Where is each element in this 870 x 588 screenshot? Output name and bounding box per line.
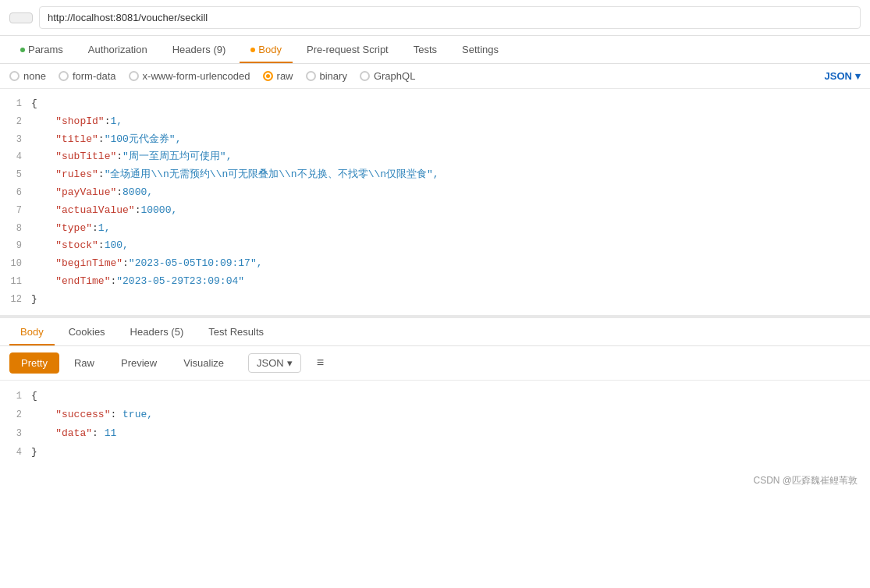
line-content: } bbox=[31, 292, 870, 308]
req-line-12: 12} bbox=[0, 291, 870, 309]
body-type-form-data[interactable]: form-data bbox=[59, 70, 116, 82]
line-number: 3 bbox=[0, 425, 31, 441]
req-line-11: 11 "endTime":"2023-05-29T23:09:04" bbox=[0, 273, 870, 291]
resp-tab-cookies[interactable]: Cookies bbox=[58, 318, 116, 345]
radio-raw bbox=[263, 71, 273, 81]
tab-label-settings: Settings bbox=[462, 44, 499, 55]
line-number: 9 bbox=[0, 238, 31, 253]
watermark: CSDN @匹孬魏崔鲤苇敦 bbox=[0, 468, 870, 494]
body-type-binary[interactable]: binary bbox=[306, 70, 347, 82]
req-line-3: 3 "title":"100元代金券", bbox=[0, 131, 870, 149]
line-number: 11 bbox=[0, 274, 31, 289]
req-line-2: 2 "shopId":1, bbox=[0, 113, 870, 131]
url-input[interactable] bbox=[39, 6, 861, 29]
line-content: { bbox=[31, 388, 870, 405]
line-number: 4 bbox=[0, 444, 31, 460]
request-code-area: 1{2 "shopId":1,3 "title":"100元代金券",4 "su… bbox=[0, 89, 870, 318]
resp-line-2: 2 "success": true, bbox=[0, 406, 870, 424]
filter-button[interactable]: ≡ bbox=[311, 352, 330, 373]
line-number: 6 bbox=[0, 185, 31, 200]
line-number: 1 bbox=[0, 96, 31, 112]
line-number: 2 bbox=[0, 114, 31, 129]
req-line-4: 4 "subTitle":"周一至周五均可使用", bbox=[0, 148, 870, 166]
tab-label-body: Body bbox=[258, 44, 282, 55]
body-dot bbox=[250, 48, 255, 52]
line-content: "endTime":"2023-05-29T23:09:04" bbox=[31, 274, 870, 290]
format-btn-pretty[interactable]: Pretty bbox=[9, 352, 59, 374]
line-content: "success": true, bbox=[31, 406, 870, 423]
radio-label-binary: binary bbox=[320, 70, 347, 82]
line-content: "title":"100元代金券", bbox=[31, 132, 870, 148]
radio-form-data bbox=[59, 71, 69, 81]
tab-tests[interactable]: Tests bbox=[403, 36, 448, 63]
resp-json-label: JSON bbox=[257, 357, 284, 369]
radio-label-graphql: GraphQL bbox=[374, 70, 415, 82]
line-number: 3 bbox=[0, 132, 31, 147]
body-type-raw[interactable]: raw bbox=[263, 70, 293, 82]
tab-label-authorization: Authorization bbox=[88, 44, 147, 55]
line-content: } bbox=[31, 444, 870, 461]
req-line-8: 8 "type":1, bbox=[0, 220, 870, 238]
tab-params[interactable]: Params bbox=[9, 36, 74, 63]
resp-tab-body[interactable]: Body bbox=[9, 318, 55, 345]
json-chevron: ▾ bbox=[855, 70, 861, 82]
json-type-selector[interactable]: JSON▾ bbox=[825, 70, 861, 82]
req-line-7: 7 "actualValue":10000, bbox=[0, 202, 870, 220]
line-number: 7 bbox=[0, 203, 31, 218]
method-button[interactable] bbox=[9, 12, 33, 23]
response-section: BodyCookiesHeaders (5)Test Results Prett… bbox=[0, 318, 870, 588]
line-content: "type":1, bbox=[31, 221, 870, 237]
resp-line-1: 1{ bbox=[0, 387, 870, 406]
format-btn-visualize[interactable]: Visualize bbox=[172, 352, 236, 374]
params-dot bbox=[20, 48, 25, 52]
tab-label-tests: Tests bbox=[414, 44, 437, 55]
resp-line-3: 3 "data": 11 bbox=[0, 424, 870, 443]
req-line-9: 9 "stock":100, bbox=[0, 237, 870, 255]
resp-json-selector[interactable]: JSON▾ bbox=[248, 353, 301, 373]
line-number: 10 bbox=[0, 256, 31, 271]
response-code-area: 1{2 "success": true,3 "data": 114} bbox=[0, 381, 870, 468]
line-number: 5 bbox=[0, 167, 31, 182]
tab-label-headers: Headers (9) bbox=[172, 44, 226, 55]
radio-graphql bbox=[360, 71, 370, 81]
json-label: JSON bbox=[825, 70, 852, 82]
radio-label-urlencoded: x-www-form-urlencoded bbox=[143, 70, 250, 82]
line-content: "beginTime":"2023-05-05T10:09:17", bbox=[31, 256, 870, 272]
line-content: "payValue":8000, bbox=[31, 185, 870, 201]
resp-tab-test-results[interactable]: Test Results bbox=[197, 318, 275, 345]
line-content: "rules":"全场通用\\n无需预约\\n可无限叠加\\n不兑换、不找零\\… bbox=[31, 167, 870, 183]
req-line-1: 1{ bbox=[0, 95, 870, 113]
body-type-none[interactable]: none bbox=[9, 70, 46, 82]
line-content: { bbox=[31, 96, 870, 112]
radio-label-form-data: form-data bbox=[73, 70, 116, 82]
app-container: ParamsAuthorizationHeaders (9)BodyPre-re… bbox=[0, 0, 870, 588]
radio-binary bbox=[306, 71, 316, 81]
line-content: "stock":100, bbox=[31, 238, 870, 254]
radio-label-none: none bbox=[23, 70, 46, 82]
tab-label-params: Params bbox=[28, 44, 63, 55]
line-number: 12 bbox=[0, 292, 31, 307]
tab-settings[interactable]: Settings bbox=[451, 36, 510, 63]
resp-line-4: 4} bbox=[0, 443, 870, 462]
resp-tab-headers[interactable]: Headers (5) bbox=[119, 318, 195, 345]
tab-authorization[interactable]: Authorization bbox=[77, 36, 158, 63]
body-type-graphql[interactable]: GraphQL bbox=[360, 70, 415, 82]
req-line-6: 6 "payValue":8000, bbox=[0, 184, 870, 202]
line-number: 2 bbox=[0, 406, 31, 423]
tab-body[interactable]: Body bbox=[240, 36, 293, 63]
tab-prerequest[interactable]: Pre-request Script bbox=[296, 36, 399, 63]
line-content: "subTitle":"周一至周五均可使用", bbox=[31, 149, 870, 165]
body-type-urlencoded[interactable]: x-www-form-urlencoded bbox=[129, 70, 250, 82]
request-tabs-bar: ParamsAuthorizationHeaders (9)BodyPre-re… bbox=[0, 36, 870, 64]
line-content: "shopId":1, bbox=[31, 114, 870, 130]
format-btn-preview[interactable]: Preview bbox=[109, 352, 169, 374]
format-btn-raw[interactable]: Raw bbox=[62, 352, 106, 374]
radio-none bbox=[9, 71, 20, 81]
req-line-10: 10 "beginTime":"2023-05-05T10:09:17", bbox=[0, 255, 870, 273]
line-content: "actualValue":10000, bbox=[31, 203, 870, 219]
response-tabs-bar: BodyCookiesHeaders (5)Test Results bbox=[0, 318, 870, 346]
req-line-5: 5 "rules":"全场通用\\n无需预约\\n可无限叠加\\n不兑换、不找零… bbox=[0, 166, 870, 184]
tab-headers[interactable]: Headers (9) bbox=[162, 36, 237, 63]
line-number: 1 bbox=[0, 388, 31, 404]
resp-json-chevron: ▾ bbox=[287, 357, 293, 369]
